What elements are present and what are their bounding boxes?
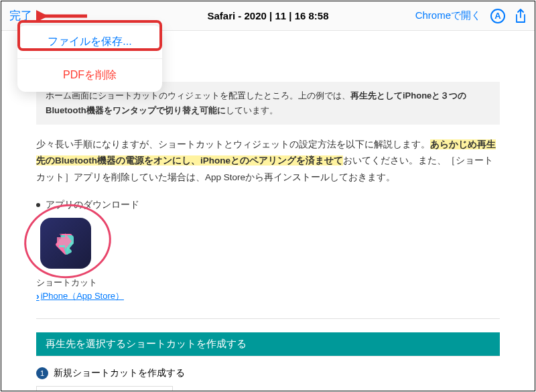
save-file-item[interactable]: ファイルを保存... <box>17 25 162 58</box>
bullet-icon <box>36 203 40 207</box>
annotation-arrow <box>36 9 90 25</box>
step-1: 1 新規ショートカットを作成する <box>36 367 500 379</box>
share-icon[interactable] <box>515 9 527 23</box>
step-number-badge: 1 <box>36 367 48 379</box>
section-header: 再生先を選択するショートカットを作成する <box>36 332 500 356</box>
delete-pdf-item[interactable]: PDFを削除 <box>17 58 162 92</box>
app-store-link[interactable]: iPhone（App Store） <box>36 290 500 302</box>
page-title: Safari - 2020 | 11 | 16 8:58 <box>207 10 328 21</box>
download-heading: アプリのダウンロード <box>36 199 500 211</box>
intro-paragraph: 少々長い手順になりますが、ショートカットとウィジェットの設定方法を以下に解説しま… <box>36 137 500 186</box>
shortcuts-app-icon <box>40 218 91 269</box>
phone-screenshot: 9:41 戻る 選択 + <box>36 386 173 391</box>
app-name-label: ショートカット <box>36 277 500 289</box>
action-dropdown: ファイルを保存... PDFを削除 <box>17 25 162 92</box>
app-icon-block <box>36 218 500 269</box>
open-in-chrome-button[interactable]: Chromeで開く <box>415 9 481 22</box>
font-size-icon[interactable]: A <box>490 9 505 23</box>
done-button[interactable]: 完了 <box>9 8 32 23</box>
